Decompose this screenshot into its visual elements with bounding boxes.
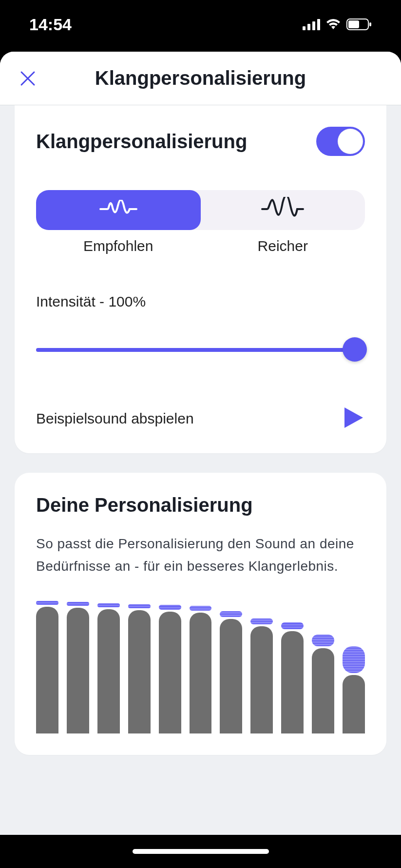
eq-bar (36, 597, 58, 733)
eq-chart (36, 597, 365, 733)
card2-title: Deine Personalisierung (36, 494, 365, 516)
eq-bar (97, 597, 120, 733)
svg-rect-5 (348, 20, 359, 28)
eq-bar (250, 597, 273, 733)
eq-bar (128, 597, 151, 733)
slider-thumb[interactable] (343, 337, 367, 362)
card-sound-personalization: Klangpersonalisierung (15, 105, 386, 453)
cellular-icon (303, 15, 320, 34)
play-icon[interactable] (343, 405, 365, 432)
battery-icon (346, 15, 372, 34)
segment-label-richer: Reicher (201, 238, 365, 254)
eq-bar (343, 597, 365, 733)
intensity-label: Intensität - 100% (36, 293, 365, 310)
status-icons (303, 15, 372, 34)
segment-label-recommended: Empfohlen (36, 238, 201, 254)
play-sample-label: Beispielsound abspielen (36, 410, 194, 427)
segment-recommended[interactable] (36, 190, 201, 230)
status-bar: 14:54 (0, 0, 401, 49)
status-time: 14:54 (29, 15, 72, 34)
svg-rect-2 (312, 21, 315, 30)
bottom-bar (0, 835, 401, 868)
toggle-personalization[interactable] (316, 127, 365, 156)
eq-bar (312, 597, 334, 733)
eq-bar (281, 597, 304, 733)
wifi-icon (325, 15, 342, 34)
svg-rect-3 (317, 19, 320, 30)
eq-bar (190, 597, 212, 733)
wave-large-icon (261, 197, 304, 223)
eq-bar (159, 597, 181, 733)
intensity-slider[interactable] (36, 337, 365, 362)
card-your-personalization: Deine Personalisierung So passt die Pers… (15, 473, 386, 755)
segment-richer[interactable] (201, 190, 365, 230)
wave-small-icon (99, 200, 137, 220)
segmented-mode (36, 190, 365, 230)
close-icon[interactable] (19, 70, 36, 89)
svg-rect-1 (307, 24, 310, 30)
eq-bar (220, 597, 242, 733)
nav-bar: Klangpersonalisierung (0, 52, 401, 105)
svg-rect-0 (303, 26, 306, 30)
svg-rect-6 (369, 22, 371, 26)
eq-bar (67, 597, 89, 733)
card-title: Klangpersonalisierung (36, 131, 247, 153)
home-indicator (133, 849, 269, 854)
card2-description: So passt die Personalisierung den Sound … (36, 533, 365, 578)
page-title: Klangpersonalisierung (95, 67, 306, 89)
